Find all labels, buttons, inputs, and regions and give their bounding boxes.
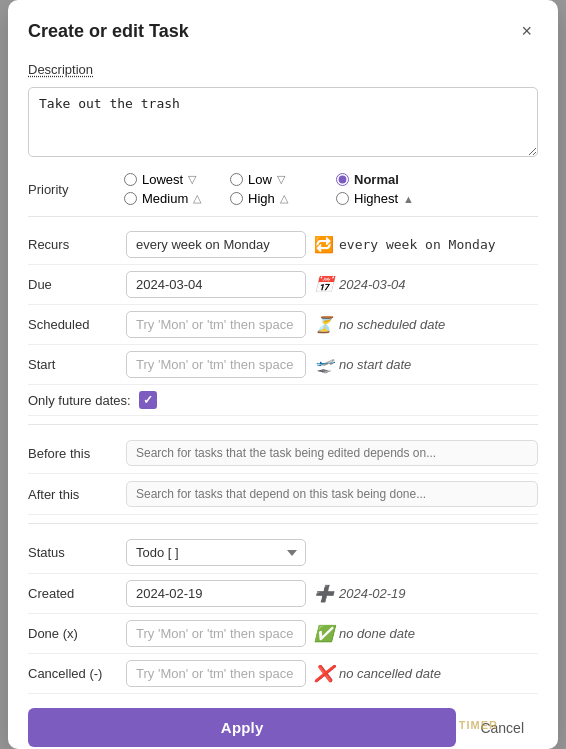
cancelled-display: ❌ no cancelled date	[314, 664, 538, 683]
done-input[interactable]	[126, 620, 306, 647]
scheduled-label: Scheduled	[28, 317, 118, 332]
start-icon: 🛫	[314, 355, 334, 374]
priority-radio-high[interactable]	[230, 192, 243, 205]
description-field-wrapper: Take out the trash	[28, 87, 538, 160]
cancelled-input[interactable]	[126, 660, 306, 687]
priority-label-highest: Highest	[354, 191, 398, 206]
cancelled-row: Cancelled (-) ❌ no cancelled date	[28, 654, 538, 694]
priority-icon-lowest: ▽	[188, 173, 196, 186]
start-input[interactable]	[126, 351, 306, 378]
due-display: 📅 2024-03-04	[314, 275, 538, 294]
scheduled-display-value: no scheduled date	[339, 317, 445, 332]
divider-3	[28, 523, 538, 524]
after-this-row: After this	[28, 474, 538, 515]
priority-icon-high: △	[280, 192, 288, 205]
created-display-value: 2024-02-19	[339, 586, 406, 601]
description-label: Description	[28, 58, 118, 77]
status-row: Status Todo [ ] In Progress Done Cancell…	[28, 532, 538, 574]
priority-icon-low: ▽	[277, 173, 285, 186]
close-button[interactable]: ×	[515, 20, 538, 42]
priority-options: Lowest ▽ Low ▽ Normal Medium △ High	[124, 172, 538, 206]
priority-option-low[interactable]: Low ▽	[230, 172, 326, 187]
created-icon: ➕	[314, 584, 334, 603]
priority-radio-low[interactable]	[230, 173, 243, 186]
modal-title: Create or edit Task	[28, 21, 189, 42]
start-row: Start 🛫 no start date	[28, 345, 538, 385]
cancelled-icon: ❌	[314, 664, 334, 683]
scheduled-display: ⏳ no scheduled date	[314, 315, 538, 334]
description-input[interactable]: Take out the trash	[28, 87, 538, 157]
recurs-display: 🔁 every week on Monday	[314, 235, 496, 254]
priority-radio-normal[interactable]	[336, 173, 349, 186]
priority-radio-highest[interactable]	[336, 192, 349, 205]
priority-row: Priority Lowest ▽ Low ▽ Normal Medium	[28, 172, 538, 206]
modal-header: Create or edit Task ×	[28, 20, 538, 42]
status-label: Status	[28, 545, 118, 560]
description-row: Description	[28, 58, 538, 77]
priority-label-high: High	[248, 191, 275, 206]
priority-label-medium: Medium	[142, 191, 188, 206]
priority-label: Priority	[28, 182, 118, 197]
recurs-label: Recurs	[28, 237, 118, 252]
recurs-icon: 🔁	[314, 235, 334, 254]
priority-label-low: Low	[248, 172, 272, 187]
only-future-row: Only future dates:	[28, 385, 538, 416]
created-input[interactable]	[126, 580, 306, 607]
after-this-label: After this	[28, 487, 118, 502]
cancelled-display-value: no cancelled date	[339, 666, 441, 681]
before-this-label: Before this	[28, 446, 118, 461]
recurs-display-value: every week on Monday	[339, 237, 496, 252]
create-edit-task-modal: Create or edit Task × Description Take o…	[8, 0, 558, 749]
created-label: Created	[28, 586, 118, 601]
priority-option-high[interactable]: High △	[230, 191, 326, 206]
done-row: Done (x) ✅ no done date	[28, 614, 538, 654]
priority-label-normal: Normal	[354, 172, 399, 187]
done-label: Done (x)	[28, 626, 118, 641]
priority-option-normal[interactable]: Normal	[336, 172, 432, 187]
priority-option-lowest[interactable]: Lowest ▽	[124, 172, 220, 187]
divider-2	[28, 424, 538, 425]
start-display: 🛫 no start date	[314, 355, 538, 374]
after-this-input[interactable]	[126, 481, 538, 507]
priority-radio-lowest[interactable]	[124, 173, 137, 186]
only-future-checkbox[interactable]	[139, 391, 157, 409]
due-input[interactable]	[126, 271, 306, 298]
recurs-input[interactable]	[126, 231, 306, 258]
due-row: Due 📅 2024-03-04	[28, 265, 538, 305]
due-display-value: 2024-03-04	[339, 277, 406, 292]
priority-label-lowest: Lowest	[142, 172, 183, 187]
before-this-row: Before this	[28, 433, 538, 474]
priority-option-highest[interactable]: Highest ▲	[336, 191, 432, 206]
due-label: Due	[28, 277, 118, 292]
cancelled-label: Cancelled (-)	[28, 666, 118, 681]
scheduled-input[interactable]	[126, 311, 306, 338]
recurs-row: Recurs 🔁 every week on Monday	[28, 225, 538, 265]
watermark: TIMER	[459, 719, 498, 731]
priority-radio-medium[interactable]	[124, 192, 137, 205]
only-future-label: Only future dates:	[28, 393, 131, 408]
status-select[interactable]: Todo [ ] In Progress Done Cancelled	[126, 539, 306, 566]
due-icon: 📅	[314, 275, 334, 294]
start-label: Start	[28, 357, 118, 372]
created-row: Created ➕ 2024-02-19	[28, 574, 538, 614]
done-display-value: no done date	[339, 626, 415, 641]
start-display-value: no start date	[339, 357, 411, 372]
done-icon: ✅	[314, 624, 334, 643]
apply-button[interactable]: Apply	[28, 708, 456, 747]
priority-icon-medium: △	[193, 192, 201, 205]
scheduled-row: Scheduled ⏳ no scheduled date	[28, 305, 538, 345]
priority-icon-highest: ▲	[403, 193, 414, 205]
created-display: ➕ 2024-02-19	[314, 584, 538, 603]
divider-1	[28, 216, 538, 217]
done-display: ✅ no done date	[314, 624, 538, 643]
scheduled-icon: ⏳	[314, 315, 334, 334]
priority-option-medium[interactable]: Medium △	[124, 191, 220, 206]
before-this-input[interactable]	[126, 440, 538, 466]
